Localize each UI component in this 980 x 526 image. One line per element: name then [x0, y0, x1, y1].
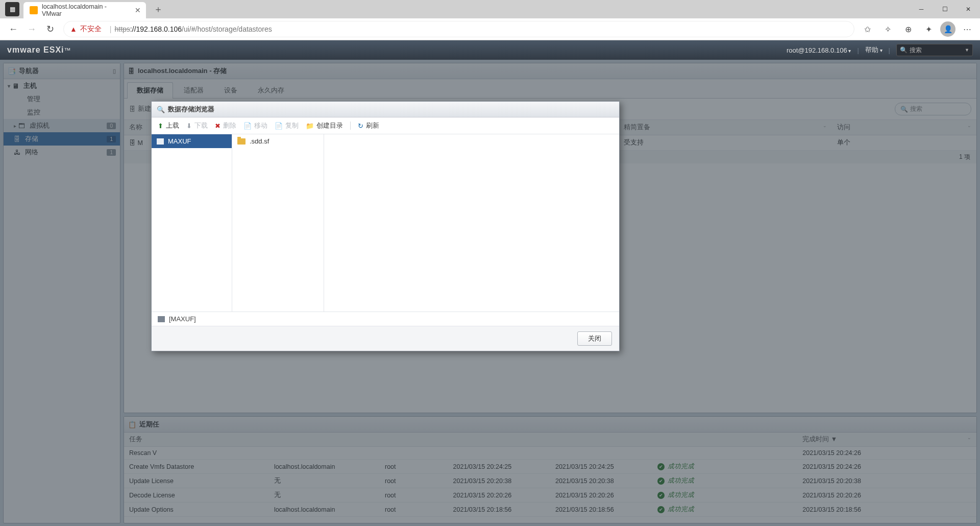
window-controls: ─ ☐ ✕ [910, 0, 980, 18]
copy-icon: 📄 [275, 122, 283, 130]
move-button[interactable]: 📄移动 [243, 121, 267, 130]
tab-bar: ▦ localhost.localdomain - VMwar ✕ ＋ ─ ☐ … [0, 0, 980, 18]
folder-column: .sdd.sf ⋮⋮ [232, 134, 324, 312]
address-bar: ← → ↻ ▲ 不安全 | https://192.168.0.106/ui/#… [0, 18, 980, 40]
upload-icon: ⬆ [158, 122, 163, 130]
refresh-icon: ↻ [358, 122, 363, 130]
copy-button[interactable]: 📄复制 [275, 121, 299, 130]
browse-icon: 🔍 [157, 106, 165, 113]
modal-footer: 关闭 [152, 326, 619, 351]
esxi-header: vmware ESXi™ root@192.168.0.106 | 帮助 | 🔍… [0, 40, 980, 60]
download-button[interactable]: ⬇下载 [186, 121, 208, 130]
modal-status: [MAXUF] [152, 312, 619, 326]
help-menu[interactable]: 帮助 [865, 45, 883, 55]
user-menu[interactable]: root@192.168.0.106 [787, 46, 851, 54]
vmware-logo: vmware ESXi [7, 45, 64, 55]
mkdir-button[interactable]: 📁创建目录 [306, 121, 343, 130]
close-button[interactable]: 关闭 [577, 331, 612, 346]
profile-avatar[interactable]: 👤 [940, 21, 955, 37]
back-button[interactable]: ← [4, 20, 22, 38]
modal-refresh-button[interactable]: ↻刷新 [358, 121, 379, 130]
folder-icon: 📁 [306, 122, 314, 130]
url-field[interactable]: ▲ 不安全 | https://192.168.0.106/ui/#/host/… [63, 21, 854, 37]
extensions-icon[interactable]: ✦ [920, 20, 937, 38]
content-column [324, 134, 619, 312]
browser-icon: ▦ [5, 2, 19, 16]
upload-button[interactable]: ⬆上载 [158, 121, 179, 130]
warning-icon: ▲ [70, 25, 77, 33]
close-tab-icon[interactable]: ✕ [135, 6, 141, 14]
collections-icon[interactable]: ⊕ [899, 20, 917, 38]
datastore-browser-modal: 🔍 数据存储浏览器 ⬆上载 ⬇下载 ✖删除 📄移动 📄复制 📁创建目录 ↻刷新 … [151, 101, 620, 351]
favorites-bar-icon[interactable]: ✧ [879, 20, 896, 38]
reload-button[interactable]: ↻ [41, 20, 59, 38]
move-icon: 📄 [243, 122, 252, 130]
close-window-button[interactable]: ✕ [957, 0, 980, 18]
minimize-button[interactable]: ─ [910, 0, 933, 18]
header-search[interactable]: 🔍 搜索 ▼ [896, 44, 973, 56]
delete-button[interactable]: ✖删除 [215, 121, 236, 130]
search-icon: 🔍 [900, 46, 908, 54]
new-tab-button[interactable]: ＋ [151, 2, 165, 16]
insecure-label: 不安全 [80, 25, 102, 34]
browser-tab[interactable]: localhost.localdomain - VMwar ✕ [23, 2, 146, 18]
folder-icon [237, 138, 246, 145]
more-icon[interactable]: ⋯ [959, 20, 976, 38]
favicon-icon [30, 6, 38, 14]
download-icon: ⬇ [186, 122, 192, 130]
url-text: https://192.168.0.106/ui/#/host/storage/… [115, 25, 272, 33]
delete-icon: ✖ [215, 122, 220, 130]
forward-button[interactable]: → [22, 20, 41, 38]
datastore-icon [158, 316, 165, 322]
tab-title: localhost.localdomain - VMwar [42, 3, 128, 17]
browser-chrome: ▦ localhost.localdomain - VMwar ✕ ＋ ─ ☐ … [0, 0, 980, 40]
datastore-item[interactable]: MAXUF [152, 134, 232, 148]
modal-body: MAXUF ⋮⋮ .sdd.sf ⋮⋮ [152, 134, 619, 312]
folder-item[interactable]: .sdd.sf [232, 134, 324, 148]
datastore-column: MAXUF ⋮⋮ [152, 134, 232, 312]
maximize-button[interactable]: ☐ [933, 0, 957, 18]
modal-toolbar: ⬆上载 ⬇下载 ✖删除 📄移动 📄复制 📁创建目录 ↻刷新 [152, 117, 619, 134]
favorite-icon[interactable]: ✩ [859, 20, 876, 38]
datastore-icon [157, 138, 164, 145]
modal-title: 🔍 数据存储浏览器 [152, 102, 619, 117]
